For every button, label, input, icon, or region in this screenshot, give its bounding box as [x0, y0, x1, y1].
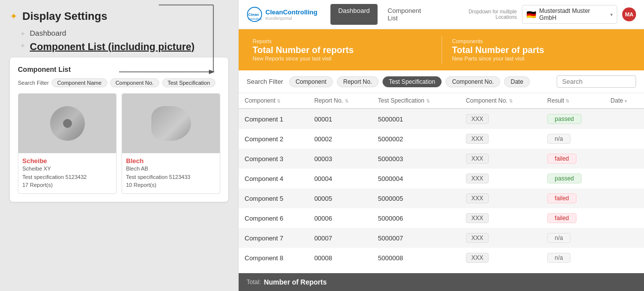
search-input[interactable] — [557, 75, 636, 88]
nav-item-dashboard[interactable]: ✦ Dashboard — [20, 29, 228, 38]
scheibe-info: Scheibe Scheibe XY Test specification 51… — [18, 153, 116, 193]
tab-component-list[interactable]: Component List — [380, 4, 439, 25]
cell-date — [605, 149, 644, 169]
xxx-badge: XXX — [466, 174, 489, 183]
nav-tabs: Dashboard Component List — [330, 4, 439, 25]
table-header-row: Component ⇅ Report No. ⇅ Test Specificat… — [239, 93, 644, 109]
table-body: Component 1 00001 5000001 XXX passed Com… — [239, 109, 644, 268]
stats-bar: Reports Total Number of reports New Repo… — [239, 29, 644, 70]
card-filter-component-no[interactable]: Component No. — [110, 78, 159, 87]
result-badge: failed — [547, 213, 577, 223]
sf-search-container — [557, 75, 636, 88]
stats-reports: Reports Total Number of reports New Repo… — [249, 36, 441, 63]
table-row[interactable]: Component 4 00004 5000004 XXX passed — [239, 169, 644, 188]
table-row[interactable]: Component 2 00002 5000002 XXX n/a — [239, 129, 644, 149]
table-row[interactable]: Component 6 00006 5000006 XXX failed — [239, 208, 644, 228]
cell-date — [605, 129, 644, 149]
search-filter-bar: Search Filter Component Report No. Test … — [239, 70, 644, 93]
cell-component-no: XXX — [460, 248, 541, 268]
disk-shape — [50, 106, 85, 141]
stats-components: Components Total Number of parts New Par… — [442, 36, 634, 63]
cell-test-spec: 5000008 — [372, 248, 460, 268]
cell-date — [605, 188, 644, 208]
stats-components-category: Components — [452, 38, 630, 44]
table-container[interactable]: Component ⇅ Report No. ⇅ Test Specificat… — [239, 93, 644, 273]
sf-tag-component[interactable]: Component — [289, 76, 333, 87]
cell-component-no: XXX — [460, 109, 541, 129]
cell-result: failed — [541, 208, 605, 228]
blech-info: Blech Blech AB Test specification 512343… — [122, 153, 220, 193]
xxx-badge: XXX — [466, 154, 489, 164]
table-row[interactable]: Component 7 00007 5000007 XXX n/a — [239, 228, 644, 248]
col-component-no: Component No. ⇅ — [460, 93, 541, 109]
right-panel: Clean Controlling CleanControlling Kunde… — [238, 0, 644, 291]
cell-component: Component 1 — [239, 109, 308, 129]
nav-item-component-list[interactable]: ✦ Component List (including picture) — [20, 41, 228, 53]
col-result: Result ⇅ — [541, 93, 605, 109]
logo-icon: Clean Controlling — [247, 6, 262, 22]
cell-date — [605, 228, 644, 248]
cell-result: passed — [541, 169, 605, 188]
sort-icon-report: ⇅ — [345, 99, 349, 104]
component-card-scheibe: Scheibe Scheibe XY Test specification 51… — [18, 93, 117, 194]
chevron-down-icon: ▾ — [610, 12, 613, 17]
location-name: Musterstadt Muster GmbH — [539, 7, 608, 21]
cell-test-spec: 5000005 — [372, 188, 460, 208]
component-card-blech: Blech Blech AB Test specification 512343… — [122, 93, 220, 194]
cell-component-no: XXX — [460, 208, 541, 228]
logo-subtitle: Kundenportal — [265, 16, 318, 21]
sf-label: Search Filter — [247, 78, 283, 85]
scheibe-image — [18, 94, 116, 153]
result-badge: passed — [547, 114, 581, 124]
xxx-badge: XXX — [466, 233, 489, 243]
result-badge: passed — [547, 174, 581, 183]
result-badge: n/a — [547, 134, 571, 144]
stats-reports-total: Total Number of reports — [253, 45, 437, 56]
card-filter-component-name[interactable]: Component Name — [52, 78, 107, 87]
table-row[interactable]: Component 1 00001 5000001 XXX passed — [239, 109, 644, 129]
cell-component: Component 6 — [239, 208, 308, 228]
nav-right: Dropdown for multiple Locations 🇩🇪 Muste… — [447, 5, 636, 24]
table-row[interactable]: Component 8 00008 5000008 XXX n/a — [239, 248, 644, 268]
sf-tag-component-no[interactable]: Component No. — [446, 76, 500, 87]
sort-icon-spec: ⇅ — [426, 99, 430, 104]
blech-name[interactable]: Blech — [126, 157, 216, 165]
card-filter-label: Search Filter — [18, 80, 49, 86]
cell-report-no: 00001 — [308, 109, 372, 129]
sf-tag-date[interactable]: Date — [504, 76, 529, 87]
location-selector[interactable]: 🇩🇪 Musterstadt Muster GmbH ▾ — [522, 5, 618, 24]
cell-report-no: 00008 — [308, 248, 372, 268]
display-settings-title: Display Settings — [22, 10, 107, 23]
cell-test-spec: 5000001 — [372, 109, 460, 129]
cell-result: passed — [541, 109, 605, 129]
cell-report-no: 00002 — [308, 129, 372, 149]
logo-text-block: CleanControlling Kundenportal — [265, 8, 318, 21]
tab-dashboard[interactable]: Dashboard — [330, 4, 378, 25]
avatar[interactable]: MA — [622, 7, 636, 21]
table-row[interactable]: Component 3 00003 5000003 XXX failed — [239, 149, 644, 169]
cell-component: Component 5 — [239, 188, 308, 208]
table-row[interactable]: Component 5 00005 5000005 XXX failed — [239, 188, 644, 208]
scheibe-name[interactable]: Scheibe — [22, 157, 112, 165]
footer-label: Total: — [247, 279, 261, 286]
card-grid: Scheibe Scheibe XY Test specification 51… — [18, 93, 220, 194]
cell-report-no: 00006 — [308, 208, 372, 228]
col-test-spec: Test Specification ⇅ — [372, 93, 460, 109]
cell-test-spec: 5000002 — [372, 129, 460, 149]
result-badge: n/a — [547, 233, 571, 243]
col-date: Date ▾ — [605, 93, 644, 109]
sf-tag-test-spec[interactable]: Test Specification — [383, 76, 442, 87]
col-report-no: Report No. ⇅ — [308, 93, 372, 109]
cell-component-no: XXX — [460, 149, 541, 169]
col-component: Component ⇅ — [239, 93, 308, 109]
display-settings-header: ✦ Display Settings — [10, 10, 228, 23]
card-search-filter-row: Search Filter Component Name Component N… — [18, 78, 220, 87]
cell-component: Component 7 — [239, 228, 308, 248]
sf-tag-report-no[interactable]: Report No. — [337, 76, 379, 87]
diamond-small-icon: ✦ — [20, 30, 26, 38]
card-filter-test-spec[interactable]: Test Specification — [162, 78, 216, 87]
left-panel: ✦ Display Settings ✦ Dashboard ✦ Compone… — [0, 0, 238, 212]
cell-component-no: XXX — [460, 188, 541, 208]
card-title: Component List — [18, 65, 220, 73]
xxx-badge: XXX — [466, 114, 489, 124]
